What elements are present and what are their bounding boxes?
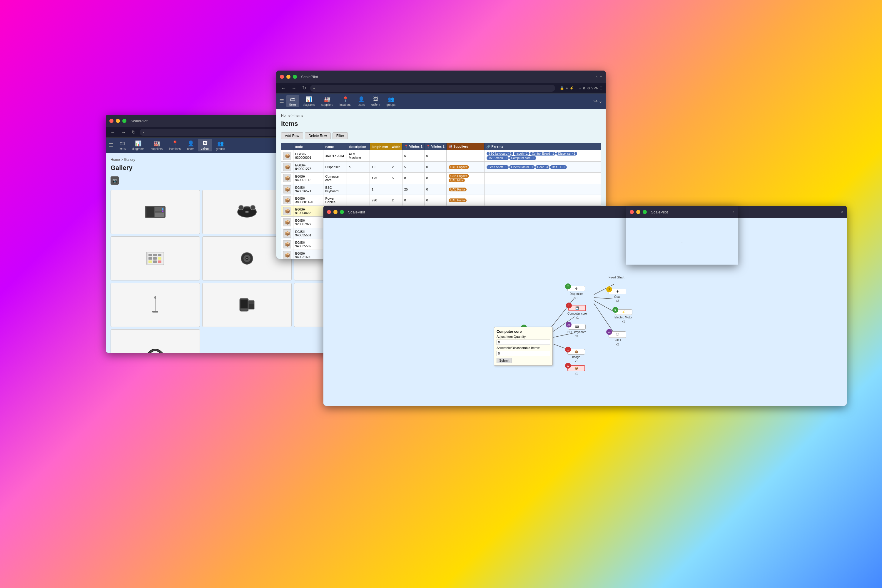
close-dot[interactable] — [110, 119, 114, 123]
minimize-dot[interactable] — [116, 119, 120, 123]
computer-core-popup: Computer core Adjust Item Quantity: Asse… — [494, 327, 553, 366]
diagram-minimize-dot[interactable] — [333, 210, 338, 214]
table-row[interactable]: 📦EGISH-3805801420Power Cables990200UAB P… — [281, 195, 601, 206]
row-code: EGISH-930000001 — [293, 150, 323, 162]
diagram-maximize-dot[interactable] — [340, 210, 344, 214]
table-row[interactable]: 📦EGISH-9300000014600TX ATMATM Machine50B… — [281, 150, 601, 162]
parent-tag[interactable]: Feed Shaft · 1 — [487, 165, 508, 169]
diagram-close-btn[interactable]: × — [841, 210, 843, 214]
items-nav-locations[interactable]: 📍 locations — [337, 95, 354, 108]
row-code: EGISH-940001113 — [293, 172, 323, 184]
popup-submit-button[interactable]: Submit — [496, 358, 512, 363]
row-thumb: 📦 — [281, 184, 293, 195]
parent-tag[interactable]: Belt · 1 · 2 — [550, 165, 567, 169]
diag-node-computer-core[interactable]: 💾 1 Computer core x1 — [567, 305, 587, 319]
diag-node-belt[interactable]: 〇 x4 Belt 1 x2 — [609, 332, 626, 346]
small-close-dot[interactable] — [630, 210, 634, 214]
popup-assemble-label: Assemble/Disassemble Items: — [496, 346, 550, 350]
nav-suppliers[interactable]: 🏭 suppliers — [148, 139, 165, 152]
table-row[interactable]: 📦EGISH-940001273Dispensera10250UAB Engav… — [281, 162, 601, 172]
items-plus-btn[interactable]: + — [600, 75, 602, 79]
nav-locations[interactable]: 📍 locations — [166, 139, 183, 152]
diag-node-dispenser[interactable]: ⚙ 2 Dispenser x1 — [567, 286, 585, 300]
supplier-tag[interactable]: UAB Purita — [448, 198, 466, 202]
svg-rect-21 — [158, 254, 161, 256]
items-back-button[interactable]: ← — [279, 85, 288, 92]
diagram-close-dot[interactable] — [327, 210, 331, 214]
row-thumb: 📦 — [281, 206, 293, 217]
small-minimize-dot[interactable] — [636, 210, 640, 214]
delete-row-button[interactable]: Delete Row — [305, 132, 331, 140]
items-toolbar-right: ↧ 🖥 ⚙ VPN ☰ — [579, 86, 603, 90]
items-settings-icon[interactable]: ⌄ — [598, 98, 603, 104]
parent-tag[interactable]: Computer core · 1 — [509, 156, 536, 160]
row-vilnius1: 5 — [402, 162, 424, 172]
items-close-dot[interactable] — [280, 75, 284, 79]
gallery-item-4[interactable] — [111, 236, 200, 280]
items-nav-diagrams[interactable]: 📊 diagrams — [300, 95, 318, 108]
camera-button[interactable]: 📷 — [111, 176, 119, 184]
add-row-button[interactable]: Add Row — [281, 132, 303, 140]
supplier-tag[interactable]: UAB Engava — [448, 174, 469, 178]
hamburger-icon[interactable]: ☰ — [109, 142, 114, 148]
table-row[interactable]: 📦EGISH-940026571BSC keyboard1250UAB Puri… — [281, 184, 601, 195]
item-2-image — [235, 200, 259, 224]
nav-diagrams[interactable]: 📊 diagrams — [129, 139, 147, 152]
hsdgh-label: hsdgh — [572, 356, 580, 358]
parent-tag[interactable]: BSC keyboard · 1 — [487, 152, 513, 156]
row-vilnius1: 5 — [402, 150, 424, 162]
row-vilnius2: 0 — [424, 184, 446, 195]
popup-adjust-input[interactable] — [496, 340, 550, 345]
parent-tag[interactable]: Dispenser · 1 — [556, 152, 577, 156]
items-nav-groups[interactable]: 👥 groups — [383, 95, 398, 108]
gallery-item-7[interactable] — [111, 283, 200, 327]
diagram-content[interactable]: 🖥 5 4600TX ATM x1 ⚙ 2 Dispenser x1 💾 — [323, 218, 847, 406]
diag-node-gear[interactable]: ⚙ 1 Gear x3 — [609, 289, 626, 303]
refresh-button[interactable]: ↻ — [130, 129, 137, 135]
nav-groups[interactable]: 👥 groups — [213, 139, 228, 152]
items-close-btn[interactable]: × — [596, 75, 598, 79]
parent-tag[interactable]: Electric Motor · 1 — [509, 165, 535, 169]
items-maximize-dot[interactable] — [293, 75, 297, 79]
popup-assemble-input[interactable] — [496, 351, 550, 356]
items-address-bar[interactable]: ● — [310, 85, 555, 92]
parent-tag[interactable]: Control Board · 1 — [530, 152, 556, 156]
diag-node-electric-motor[interactable]: ⚡ 6 Electric Motor x1 — [615, 309, 632, 323]
table-row[interactable]: 📦EGISH-940001113Computer core123500UAB E… — [281, 172, 601, 184]
items-nav-users[interactable]: 👤 users — [355, 95, 368, 108]
gallery-item-10[interactable] — [111, 329, 200, 353]
row-description: a — [347, 162, 370, 172]
back-button[interactable]: ← — [109, 129, 117, 135]
items-nav-gallery[interactable]: 🖼 gallery — [368, 95, 383, 107]
supplier-tag[interactable]: UAB Purita — [448, 188, 466, 191]
small-maximize-dot[interactable] — [643, 210, 647, 214]
row-width — [390, 184, 402, 195]
items-minimize-dot[interactable] — [286, 75, 291, 79]
nav-users[interactable]: 👤 users — [184, 139, 197, 152]
parent-tag[interactable]: Gear · 3 — [536, 165, 549, 169]
items-refresh-button[interactable]: ↻ — [300, 85, 308, 92]
small-close-btn[interactable]: × — [732, 210, 734, 214]
supplier-tag[interactable]: UAB Elba — [448, 178, 465, 182]
row-width: 5 — [390, 172, 402, 184]
supplier-tag[interactable]: UAB Engava — [448, 165, 469, 169]
filter-button[interactable]: Filter — [333, 132, 348, 140]
forward-button[interactable]: → — [119, 129, 128, 135]
gallery-item-1[interactable] — [111, 190, 200, 234]
parent-tag[interactable]: hsdgh · 1 — [514, 152, 530, 156]
items-hamburger-icon[interactable]: ☰ — [279, 98, 284, 104]
diag-node-bsc-keyboard[interactable]: ⌨ A1 BSC keyboard x1 — [567, 324, 586, 338]
nav-gallery[interactable]: 🖼 gallery — [198, 139, 212, 152]
diag-node-hsdgh[interactable]: 📦 1 hsdgh x1 — [567, 349, 585, 363]
gallery-item-8[interactable] — [202, 283, 292, 327]
parent-tag[interactable]: 15" Screen · 1 — [487, 156, 508, 160]
diag-node-extra-red[interactable]: 📦 1 x1 — [567, 365, 585, 375]
nav-items[interactable]: 🗃 items — [116, 139, 129, 152]
items-forward-button[interactable]: → — [290, 85, 298, 92]
items-login-icon[interactable]: ↪ — [593, 98, 598, 104]
row-parents: BSC keyboard · 1hsdgh · 1Control Board ·… — [484, 150, 601, 162]
items-nav-items[interactable]: 🗃 items — [286, 95, 299, 107]
dispenser-count: x1 — [575, 296, 578, 300]
maximize-dot[interactable] — [122, 119, 126, 123]
items-nav-suppliers[interactable]: 🏭 suppliers — [318, 95, 336, 108]
